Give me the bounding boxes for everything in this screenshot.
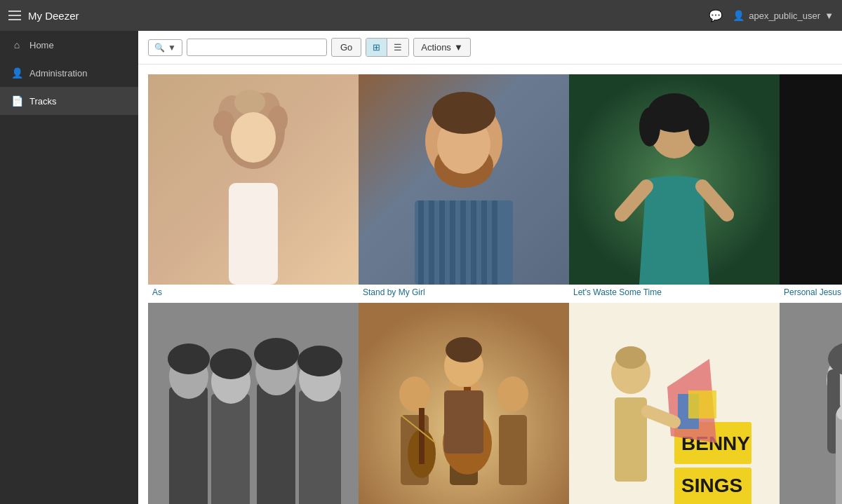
search-input[interactable] <box>187 39 327 56</box>
go-button[interactable]: Go <box>331 38 361 57</box>
sidebar-item-label-tracks: Tracks <box>29 96 57 107</box>
svg-point-52 <box>254 338 299 370</box>
svg-rect-22 <box>471 200 476 285</box>
layout: ⌂ Home 👤 Administration 📄 Tracks 🔍 ▼ Go … <box>0 31 842 504</box>
svg-point-46 <box>168 343 210 374</box>
track-image-she-said-she-said <box>148 303 359 504</box>
user-icon: 👤 <box>733 10 744 21</box>
svg-rect-9 <box>229 183 278 285</box>
svg-point-49 <box>210 348 252 379</box>
track-item-as[interactable]: As <box>148 74 359 303</box>
svg-point-70 <box>446 337 482 362</box>
actions-label: Actions <box>421 42 451 53</box>
track-label-lets-waste-some-time[interactable]: Let's Waste Some Time <box>569 285 780 303</box>
app-title: My Deezer <box>28 10 79 22</box>
actions-chevron-icon: ▼ <box>454 42 463 53</box>
svg-rect-63 <box>499 415 527 485</box>
search-icon: 🔍 <box>154 43 165 53</box>
sidebar-item-label-administration: Administration <box>29 68 87 79</box>
svg-rect-44 <box>169 387 208 504</box>
track-label-as[interactable]: As <box>148 285 359 303</box>
svg-rect-89 <box>836 411 842 504</box>
track-item-my-favourite-game[interactable]: BENNY SINGS <box>569 303 780 504</box>
username: apex_public_user <box>749 11 820 21</box>
track-item-master-pretender[interactable]: Master Pretender <box>780 303 842 504</box>
dropdown-arrow-icon: ▼ <box>824 11 834 21</box>
tracks-grid: As <box>138 64 842 504</box>
administration-icon: 👤 <box>11 67 22 79</box>
svg-rect-53 <box>299 390 341 504</box>
track-label-stand-by-my-girl[interactable]: Stand by My Girl <box>359 285 569 303</box>
home-icon: ⌂ <box>11 39 22 50</box>
svg-rect-23 <box>481 200 487 285</box>
svg-point-15 <box>432 92 495 134</box>
svg-rect-50 <box>257 383 295 504</box>
track-image-stand-by-my-girl <box>359 74 569 285</box>
track-image-master-pretender <box>780 303 842 504</box>
track-item-quannu-te-visciu[interactable]: Quannu Te Visciu <box>359 303 569 504</box>
svg-text:SINGS: SINGS <box>681 475 742 496</box>
chat-icon[interactable]: 💬 <box>709 9 723 22</box>
svg-point-8 <box>231 112 276 163</box>
svg-rect-33 <box>780 74 842 285</box>
svg-point-55 <box>298 346 342 376</box>
svg-point-29 <box>639 107 660 147</box>
actions-button[interactable]: Actions ▼ <box>413 38 471 57</box>
user-menu[interactable]: 👤 apex_public_user ▼ <box>733 10 834 21</box>
svg-point-62 <box>497 376 528 411</box>
menu-icon[interactable] <box>8 11 21 20</box>
svg-point-58 <box>399 376 430 411</box>
topbar: My Deezer 💬 👤 apex_public_user ▼ <box>0 0 842 31</box>
search-type-selector[interactable]: 🔍 ▼ <box>148 39 182 56</box>
sidebar-item-tracks[interactable]: 📄 Tracks <box>0 87 138 115</box>
main-content: 🔍 ▼ Go ⊞ ☰ Actions ▼ <box>138 31 842 504</box>
svg-rect-24 <box>492 200 497 285</box>
sidebar-item-home[interactable]: ⌂ Home <box>0 31 138 59</box>
svg-rect-71 <box>444 390 483 454</box>
svg-rect-19 <box>439 200 445 285</box>
sidebar-item-label-home: Home <box>29 40 54 50</box>
track-image-personal-jesus <box>780 74 842 285</box>
svg-rect-17 <box>418 200 424 285</box>
list-view-button[interactable]: ☰ <box>387 39 408 56</box>
track-item-personal-jesus[interactable]: Personal Jesus <box>780 74 842 303</box>
svg-rect-18 <box>429 200 434 285</box>
svg-rect-47 <box>211 394 250 504</box>
topbar-right: 💬 👤 apex_public_user ▼ <box>709 9 834 22</box>
view-toggle: ⊞ ☰ <box>366 38 409 57</box>
tracks-icon: 📄 <box>11 95 22 107</box>
track-image-lets-waste-some-time <box>569 74 780 285</box>
track-item-she-said-she-said[interactable]: She Said She Said <box>148 303 359 504</box>
svg-point-30 <box>688 107 709 147</box>
topbar-left: My Deezer <box>8 10 79 22</box>
toolbar: 🔍 ▼ Go ⊞ ☰ Actions ▼ <box>138 31 842 64</box>
track-image-my-favourite-game: BENNY SINGS <box>569 303 780 504</box>
svg-rect-79 <box>688 390 716 418</box>
track-label-personal-jesus[interactable]: Personal Jesus <box>780 285 842 303</box>
svg-point-82 <box>615 346 646 369</box>
track-item-stand-by-my-girl[interactable]: Stand by My Girl <box>359 74 569 303</box>
svg-point-5 <box>213 111 234 136</box>
track-image-quannu-te-visciu <box>359 303 569 504</box>
track-image-as <box>148 74 359 285</box>
svg-rect-20 <box>450 200 455 285</box>
svg-point-7 <box>234 90 265 115</box>
grid-view-button[interactable]: ⊞ <box>366 39 387 56</box>
sidebar-item-administration[interactable]: 👤 Administration <box>0 59 138 87</box>
svg-rect-67 <box>419 408 425 464</box>
track-item-lets-waste-some-time[interactable]: Let's Waste Some Time <box>569 74 780 303</box>
svg-rect-21 <box>460 200 466 285</box>
sidebar: ⌂ Home 👤 Administration 📄 Tracks <box>0 31 138 504</box>
search-type-chevron: ▼ <box>168 43 176 53</box>
